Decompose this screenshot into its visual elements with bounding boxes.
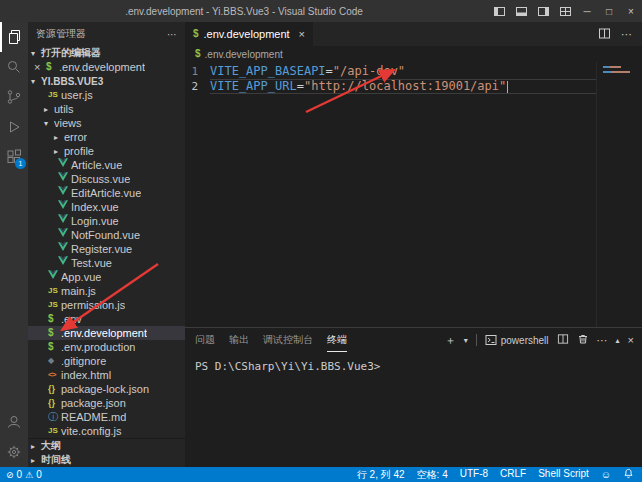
tree-item-vite.config.js[interactable]: JSvite.config.js bbox=[28, 424, 185, 438]
chevron-right-icon: ▸ bbox=[54, 133, 64, 142]
tree-item-Article.vue[interactable]: Article.vue bbox=[28, 158, 185, 172]
sidebar-section-时间线[interactable]: ▸时间线 bbox=[28, 453, 185, 467]
panel-tab-output[interactable]: 输出 bbox=[229, 328, 249, 352]
toggle-sidebar-icon[interactable] bbox=[488, 0, 510, 22]
main-area: 1 资源管理器 ⋯ ▾ 打开的编辑器 × $ .env.development bbox=[0, 22, 642, 467]
tree-item-.gitignore[interactable]: ◆.gitignore bbox=[28, 354, 185, 368]
code-editor[interactable]: 1VITE_APP_BASEAPI="/api-dev"2VITE_APP_UR… bbox=[185, 62, 642, 327]
status-item-4[interactable]: Shell Script bbox=[538, 468, 589, 482]
open-editor-item[interactable]: × $ .env.development bbox=[28, 60, 185, 74]
json-file-icon: {} bbox=[48, 382, 61, 396]
tree-item-error[interactable]: ▸error bbox=[28, 130, 185, 144]
tree-item-main.js[interactable]: JSmain.js bbox=[28, 284, 185, 298]
run-debug-icon[interactable] bbox=[0, 112, 28, 142]
panel-tab-problems[interactable]: 问题 bbox=[195, 328, 215, 352]
panel-actions: ＋ ▾ powershell ⋯ ▴ × bbox=[445, 333, 634, 348]
more-actions-icon[interactable]: ⋯ bbox=[167, 29, 177, 40]
close-editor-icon[interactable]: × bbox=[34, 60, 46, 74]
toggle-secondary-sidebar-icon[interactable] bbox=[532, 0, 554, 22]
tree-item-user.js[interactable]: JSuser.js bbox=[28, 88, 185, 102]
tree-item-label: views bbox=[54, 117, 82, 129]
status-item-2[interactable]: UTF-8 bbox=[460, 468, 488, 482]
tree-item-Discuss.vue[interactable]: Discuss.vue bbox=[28, 172, 185, 186]
status-item-1[interactable]: 空格: 4 bbox=[417, 468, 448, 482]
close-panel-icon[interactable]: × bbox=[628, 334, 634, 346]
tree-item-EditArticle.vue[interactable]: EditArticle.vue bbox=[28, 186, 185, 200]
tree-item-README.md[interactable]: ⓘREADME.md bbox=[28, 410, 185, 424]
tree-item-App.vue[interactable]: App.vue bbox=[28, 270, 185, 284]
tree-item-label: index.html bbox=[61, 369, 111, 381]
vscode-window: .env.development - Yi.BBS.Vue3 - Visual … bbox=[0, 0, 642, 482]
search-icon[interactable] bbox=[0, 52, 28, 82]
tree-item-Test.vue[interactable]: Test.vue bbox=[28, 256, 185, 270]
explorer-icon[interactable] bbox=[0, 22, 28, 52]
problems-status[interactable]: ⊘ 0 ⚠ 0 bbox=[6, 469, 42, 480]
kill-terminal-icon[interactable] bbox=[577, 333, 589, 347]
account-icon[interactable] bbox=[0, 407, 28, 437]
settings-gear-icon[interactable] bbox=[0, 437, 28, 467]
tree-item-index.html[interactable]: <>index.html bbox=[28, 368, 185, 382]
tree-item-permission.js[interactable]: JSpermission.js bbox=[28, 298, 185, 312]
workspace-section[interactable]: ▾ YI.BBS.VUE3 bbox=[28, 74, 185, 88]
status-item-3[interactable]: CRLF bbox=[500, 468, 526, 482]
tree-item-package.json[interactable]: {}package.json bbox=[28, 396, 185, 410]
title-bar: .env.development - Yi.BBS.Vue3 - Visual … bbox=[0, 0, 642, 22]
html-file-icon: <> bbox=[48, 368, 61, 382]
toggle-panel-icon[interactable] bbox=[510, 0, 532, 22]
tab-env-development[interactable]: $ .env.development × bbox=[185, 22, 313, 46]
tree-item-package-lock.json[interactable]: {}package-lock.json bbox=[28, 382, 185, 396]
tree-item-Index.vue[interactable]: Index.vue bbox=[28, 200, 185, 214]
sidebar-section-大纲[interactable]: ▸大纲 bbox=[28, 439, 185, 453]
chevron-right-icon: ▸ bbox=[44, 105, 54, 114]
maximize-button[interactable]: □ bbox=[598, 0, 620, 22]
close-window-button[interactable]: × bbox=[620, 0, 642, 22]
code-line-text: VITE_APP_URL="http://localhost:19001/api… bbox=[210, 79, 596, 94]
split-editor-icon[interactable] bbox=[598, 27, 611, 42]
notifications-bell-icon[interactable] bbox=[623, 468, 634, 481]
tree-item-Register.vue[interactable]: Register.vue bbox=[28, 242, 185, 256]
terminal-content[interactable]: PS D:\CSharp\Yi\Yi.BBS.Vue3> bbox=[185, 352, 642, 467]
tree-item-utils[interactable]: ▸utils bbox=[28, 102, 185, 116]
sidebar-bottom-sections: ▸大纲▸时间线 bbox=[28, 438, 185, 467]
tree-item-NotFound.vue[interactable]: NotFound.vue bbox=[28, 228, 185, 242]
chevron-down-icon[interactable]: ▾ bbox=[464, 336, 468, 345]
minimize-button[interactable]: ─ bbox=[576, 0, 598, 22]
tree-item-label: permission.js bbox=[61, 299, 125, 311]
tree-item-.env[interactable]: $.env bbox=[28, 312, 185, 326]
new-terminal-icon[interactable]: ＋ bbox=[445, 333, 456, 348]
maximize-panel-icon[interactable]: ▴ bbox=[616, 336, 620, 345]
customize-layout-icon[interactable] bbox=[554, 0, 576, 22]
more-actions-icon[interactable]: ⋯ bbox=[597, 334, 608, 347]
close-tab-icon[interactable]: × bbox=[299, 28, 305, 40]
tree-item-label: .env bbox=[61, 313, 82, 325]
more-actions-icon[interactable]: ⋯ bbox=[621, 28, 632, 41]
chevron-right-icon: ▸ bbox=[31, 442, 41, 451]
split-terminal-icon[interactable] bbox=[557, 333, 569, 347]
code-line-2[interactable]: 2VITE_APP_URL="http://localhost:19001/ap… bbox=[185, 79, 596, 94]
tree-item-.env.development[interactable]: $.env.development bbox=[28, 326, 185, 340]
status-item-0[interactable]: 行 2, 列 42 bbox=[357, 468, 405, 482]
panel-tab-terminal[interactable]: 终端 bbox=[327, 328, 347, 352]
breadcrumb[interactable]: $ .env.development bbox=[185, 46, 642, 62]
tree-item-label: vite.config.js bbox=[61, 425, 122, 437]
tree-item-label: Register.vue bbox=[71, 243, 132, 255]
minimap[interactable] bbox=[596, 62, 636, 327]
extensions-icon[interactable]: 1 bbox=[0, 142, 28, 172]
tree-item-views[interactable]: ▾views bbox=[28, 116, 185, 130]
open-editors-section[interactable]: ▾ 打开的编辑器 bbox=[28, 46, 185, 60]
chevron-down-icon: ▾ bbox=[31, 49, 41, 58]
tree-item-label: Login.vue bbox=[71, 215, 119, 227]
source-control-icon[interactable] bbox=[0, 82, 28, 112]
env-file-icon: $ bbox=[195, 47, 201, 61]
feedback-smiley-icon[interactable]: ☺ bbox=[601, 469, 611, 480]
terminal-profile-picker[interactable]: powershell bbox=[485, 334, 549, 346]
tree-item-label: Test.vue bbox=[71, 257, 112, 269]
tree-item-label: error bbox=[64, 131, 87, 143]
tree-item-profile[interactable]: ▸profile bbox=[28, 144, 185, 158]
tree-item-Login.vue[interactable]: Login.vue bbox=[28, 214, 185, 228]
tree-item-.env.production[interactable]: $.env.production bbox=[28, 340, 185, 354]
chevron-right-icon: ▸ bbox=[31, 456, 41, 465]
extensions-badge: 1 bbox=[15, 158, 26, 169]
panel-tab-debug-console[interactable]: 调试控制台 bbox=[263, 328, 313, 352]
code-line-1[interactable]: 1VITE_APP_BASEAPI="/api-dev" bbox=[185, 64, 596, 79]
